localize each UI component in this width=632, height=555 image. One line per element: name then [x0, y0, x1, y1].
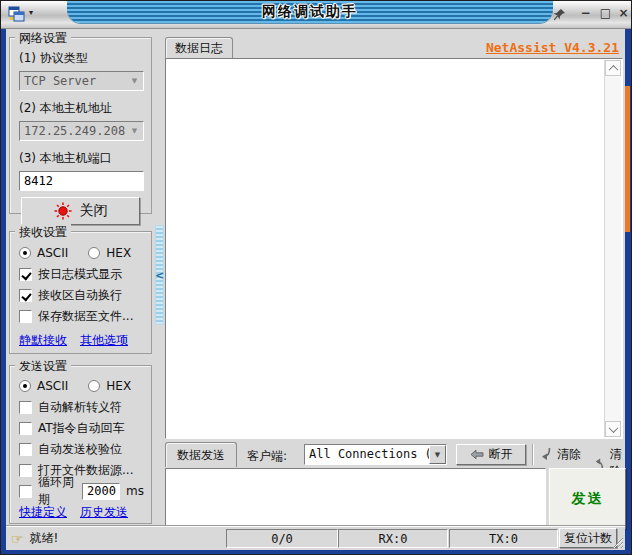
at-cr-checkbox[interactable]: [19, 422, 32, 435]
maximize-button[interactable]: □: [597, 6, 614, 22]
cycle-label: 循环周期: [38, 474, 76, 508]
close-connection-button[interactable]: 关闭: [21, 197, 140, 225]
pointing-hand-icon: ☞: [11, 531, 24, 547]
app-window: ▾ 网络调试助手 − □ × 网络设置 (1) 协议类型 TCP Server …: [0, 0, 632, 555]
dropdown-arrow-icon[interactable]: ▼: [126, 72, 143, 90]
status-ready-text: 就绪!: [30, 530, 59, 547]
log-mode-checkbox[interactable]: [19, 268, 32, 281]
network-settings-title: 网络设置: [15, 30, 71, 47]
save-to-file-label: 保存数据至文件...: [38, 308, 133, 325]
host-address-label: (2) 本地主机地址: [19, 100, 144, 117]
escape-parse-label: 自动解析转义符: [38, 399, 122, 416]
status-ready: ☞ 就绪!: [11, 530, 58, 547]
send-settings-title: 发送设置: [15, 358, 71, 375]
send-button-label: 发送: [572, 490, 604, 508]
send-ascii-radio[interactable]: [19, 380, 31, 392]
send-button[interactable]: 发送: [549, 468, 626, 529]
send-hex-radio[interactable]: [88, 380, 100, 392]
panel-splitter[interactable]: <: [154, 29, 165, 532]
client-select[interactable]: All Connections (0) ▼: [304, 444, 447, 465]
close-button[interactable]: ×: [615, 6, 632, 22]
window-border-bottom: [1, 550, 631, 554]
recv-hex-radio[interactable]: [88, 247, 100, 259]
rx-counter: RX:0: [338, 529, 448, 548]
host-port-input[interactable]: [19, 171, 144, 191]
app-icon[interactable]: [8, 6, 25, 23]
separator: [532, 444, 533, 465]
dropdown-arrow-icon[interactable]: ▼: [126, 122, 143, 140]
other-options-link[interactable]: 其他选项: [80, 332, 128, 349]
disconnect-label: 断开: [489, 446, 513, 463]
cycle-period-input[interactable]: [82, 483, 120, 500]
client-label: 客户端:: [247, 448, 287, 465]
collapse-chevron-icon: <: [155, 269, 164, 282]
status-bar: ☞ 就绪! 0/0 RX:0 TX:0 复位计数: [6, 527, 625, 550]
auto-checksum-label: 自动发送校验位: [38, 441, 122, 458]
recv-hex-label: HEX: [106, 246, 131, 260]
recv-ascii-radio[interactable]: [19, 247, 31, 259]
tab-data-send-label: 数据发送: [177, 447, 225, 464]
host-port-label: (3) 本地主机端口: [19, 150, 144, 167]
left-arrow-icon: [470, 448, 484, 461]
tab-data-log[interactable]: 数据日志: [165, 37, 233, 58]
curved-down-arrow-icon: [539, 447, 553, 462]
silent-receive-link[interactable]: 静默接收: [19, 332, 67, 349]
disconnect-button[interactable]: 断开: [456, 444, 526, 465]
protocol-type-value: TCP Server: [20, 72, 126, 90]
chevron-up-icon: [608, 64, 618, 74]
network-settings-group: 网络设置 (1) 协议类型 TCP Server ▼ (2) 本地主机地址 17…: [9, 37, 152, 214]
host-address-value: 172.25.249.208: [20, 122, 126, 140]
save-to-file-checkbox[interactable]: [19, 310, 32, 323]
protocol-type-select[interactable]: TCP Server ▼: [19, 71, 144, 91]
log-mode-label: 按日志模式显示: [38, 266, 122, 283]
history-send-link[interactable]: 历史发送: [80, 504, 128, 521]
escape-parse-checkbox[interactable]: [19, 401, 32, 414]
tx-counter: TX:0: [449, 529, 558, 548]
clear-receive-label: 清除: [557, 446, 581, 463]
window-title: 网络调试助手: [262, 3, 358, 21]
clear-receive-button[interactable]: 清除: [539, 446, 581, 463]
client-select-value: All Connections (0): [305, 445, 429, 464]
window-border-left: [1, 29, 6, 555]
auto-wrap-checkbox[interactable]: [19, 289, 32, 302]
scroll-down-button[interactable]: [605, 421, 621, 437]
window-border-orange-strip: [625, 86, 630, 232]
auto-checksum-checkbox[interactable]: [19, 443, 32, 456]
close-connection-label: 关闭: [80, 202, 108, 220]
send-data-input[interactable]: [165, 468, 546, 529]
reset-count-button[interactable]: 复位计数: [559, 528, 617, 548]
version-link[interactable]: NetAssist V4.3.21: [486, 40, 619, 55]
frames-counter: 0/0: [226, 529, 338, 548]
tab-data-log-label: 数据日志: [175, 40, 223, 57]
reset-count-label: 复位计数: [564, 530, 612, 547]
resize-grip[interactable]: [610, 535, 624, 549]
cycle-unit: ms: [126, 484, 144, 498]
quick-define-link[interactable]: 快捷定义: [19, 504, 67, 521]
cycle-checkbox[interactable]: [19, 485, 32, 498]
receive-settings-title: 接收设置: [15, 224, 71, 241]
window-menu-arrow-icon[interactable]: ▾: [29, 8, 33, 17]
pin-icon[interactable]: [552, 7, 567, 22]
auto-wrap-label: 接收区自动换行: [38, 287, 122, 304]
at-cr-label: AT指令自动回车: [38, 420, 125, 437]
scroll-up-button[interactable]: [605, 60, 621, 76]
send-hex-label: HEX: [106, 379, 131, 393]
minimize-button[interactable]: −: [577, 6, 594, 22]
titlebar-stripes: 网络调试助手: [67, 1, 553, 23]
red-led-icon: [54, 202, 72, 220]
titlebar[interactable]: ▾ 网络调试助手 − □ ×: [1, 1, 631, 29]
chevron-down-icon: [608, 423, 618, 433]
tab-data-send[interactable]: 数据发送: [165, 442, 237, 467]
data-log-area: [165, 58, 623, 439]
file-source-checkbox[interactable]: [19, 464, 32, 477]
send-settings-group: 发送设置 ASCII HEX 自动解析转义符 AT指令自动回车 自动发送校验位: [9, 365, 152, 524]
splitter-grip[interactable]: <: [155, 225, 164, 325]
receive-settings-group: 接收设置 ASCII HEX 按日志模式显示 接收区自动换行 保存数据至文件..…: [9, 231, 152, 354]
recv-ascii-label: ASCII: [37, 246, 68, 260]
dropdown-arrow-icon[interactable]: ▼: [429, 445, 446, 464]
host-address-select[interactable]: 172.25.249.208 ▼: [19, 121, 144, 141]
log-scrollbar[interactable]: [604, 60, 621, 437]
protocol-type-label: (1) 协议类型: [19, 50, 144, 67]
send-ascii-label: ASCII: [37, 379, 68, 393]
